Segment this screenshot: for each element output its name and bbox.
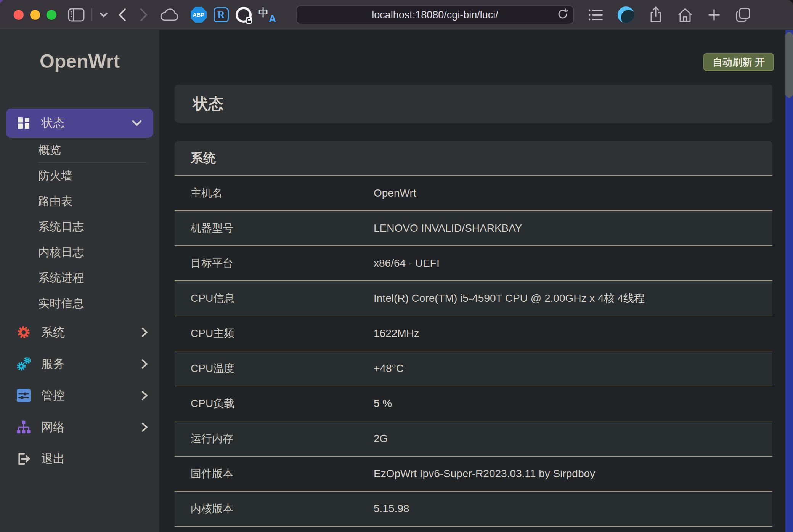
forward-button[interactable] [140,8,148,22]
icloud-tabs-icon[interactable] [159,8,179,22]
toolbar-divider [92,8,92,21]
sidebar-item-2[interactable]: 服务 [0,348,159,380]
sidebar-item-label: 服务 [41,356,141,372]
sidebar-item-label: 网络 [41,419,141,435]
address-bar-url[interactable]: localhost:18080/cgi-bin/luci/ [297,9,573,21]
r-extension-icon[interactable]: R [214,7,229,22]
traffic-lights [14,10,56,20]
row-label: 内核版本 [175,502,374,516]
logout-icon [16,452,31,466]
row-label: CPU信息 [175,291,374,306]
sidebar-item-0[interactable]: 状态 [6,109,153,138]
row-value: 1622MHz [374,327,772,340]
minimize-window-button[interactable] [30,10,40,20]
system-info-card: 系统 主机名OpenWrt机器型号LENOVO INVALID/SHARKBAY… [175,141,772,532]
row-value: 5 % [374,397,772,410]
sidebar-subitem[interactable]: 防火墙 [0,163,159,189]
row-value: +48°C [374,362,772,375]
row-label: 固件版本 [175,466,374,481]
row-value: EzOpWrt Ipv6-Super-R2023.03.11 by Sirpdb… [374,468,772,480]
tab-group-chevron-icon[interactable] [99,12,108,18]
sidebar-item-label: 系统 [41,324,141,340]
sidebar: OpenWrt 状态概览防火墙路由表系统日志内核日志系统进程实时信息系统服务管控… [0,30,159,532]
system-info-table: 主机名OpenWrt机器型号LENOVO INVALID/SHARKBAY目标平… [175,176,772,532]
row-value: Intel(R) Core(TM) i5-4590T CPU @ 2.00GHz… [374,291,772,306]
row-value: OpenWrt [374,187,772,199]
sidebar-item-5[interactable]: 退出 [0,443,159,474]
sidebar-toggle-icon[interactable] [68,8,85,22]
page-title: 状态 [175,85,772,123]
section-title: 系统 [175,141,772,176]
chevron-right-icon [141,327,148,337]
sidebar-subitem[interactable]: 系统进程 [0,265,159,291]
row-label: 运行内存 [175,431,374,446]
sidebar-item-label: 管控 [41,388,141,404]
table-row-partial [175,527,772,532]
row-label: 主机名 [175,186,374,200]
table-row: 目标平台x86/64 - UEFI [175,246,772,281]
sidebar-subitem[interactable]: 内核日志 [0,240,159,265]
tab-overview-icon[interactable] [735,8,751,22]
sidebar-menu: 状态概览防火墙路由表系统日志内核日志系统进程实时信息系统服务管控网络退出 [0,109,159,532]
back-button[interactable] [118,8,127,22]
sidebar-subitem[interactable]: 路由表 [0,189,159,214]
chevron-down-icon [132,120,142,127]
browser-window: ABP R 中 A localhost:18080/cgi-bin/luci/ [0,0,793,532]
row-label: CPU负载 [175,396,374,411]
chevron-right-icon [141,359,148,369]
table-row: CPU负载5 % [175,386,772,421]
chevron-right-icon [141,422,148,432]
row-label: CPU主频 [175,326,374,341]
row-value: x86/64 - UEFI [374,257,772,269]
gear-red-icon [16,325,31,340]
row-value: LENOVO INVALID/SHARKBAY [374,222,772,234]
reload-icon[interactable] [557,8,568,21]
close-window-button[interactable] [14,10,24,20]
table-row: CPU信息Intel(R) Core(TM) i5-4590T CPU @ 2.… [175,281,772,316]
sidebar-item-1[interactable]: 系统 [0,316,159,348]
address-bar[interactable]: localhost:18080/cgi-bin/luci/ [296,5,574,24]
sliders-blue-icon [16,389,31,402]
gears-cyan-icon [16,356,31,372]
adblock-extension-icon[interactable]: ABP [191,7,207,23]
sidebar-item-4[interactable]: 网络 [0,411,159,443]
sidebar-item-label: 状态 [41,115,132,131]
page-scrollbar-track[interactable] [785,30,793,532]
chevron-right-icon [141,391,148,401]
translate-extension-icon[interactable]: 中 A [258,6,276,23]
browser-toolbar: ABP R 中 A localhost:18080/cgi-bin/luci/ [0,0,793,30]
row-label: CPU温度 [175,361,374,376]
dashboard-icon [16,116,31,130]
auto-refresh-toggle-button[interactable]: 自动刷新 开 [703,53,774,71]
sidebar-subitem[interactable]: 系统日志 [0,214,159,240]
table-row: 内核版本5.15.98 [175,492,772,527]
row-label: 机器型号 [175,221,374,236]
network-purple-icon [16,420,31,434]
sidebar-subitem[interactable]: 概览 [0,138,159,163]
row-value: 5.15.98 [374,503,772,515]
table-row: CPU主频1622MHz [175,316,772,351]
share-icon[interactable] [649,6,663,23]
row-value: 2G [374,433,772,445]
table-row: 固件版本EzOpWrt Ipv6-Super-R2023.03.11 by Si… [175,457,772,492]
table-row: 主机名OpenWrt [175,176,772,211]
new-tab-icon[interactable] [708,8,721,21]
password-manager-extension-icon[interactable] [236,7,252,23]
home-icon[interactable] [677,7,693,22]
dark-mode-moon-icon[interactable] [618,6,634,23]
table-row: CPU温度+48°C [175,351,772,386]
zoom-window-button[interactable] [47,10,56,20]
sidebar-item-3[interactable]: 管控 [0,380,159,411]
main-content: 自动刷新 开 状态 系统 主机名OpenWrt机器型号LENOVO INVALI… [159,30,785,532]
table-row: 运行内存2G [175,421,772,457]
reading-list-icon[interactable] [588,8,603,21]
page-scrollbar-thumb[interactable] [785,32,793,98]
row-label: 目标平台 [175,256,374,271]
table-row: 机器型号LENOVO INVALID/SHARKBAY [175,211,772,246]
sidebar-subitem[interactable]: 实时信息 [0,291,159,316]
openwrt-logo: OpenWrt [0,30,159,109]
sidebar-item-label: 退出 [41,451,148,467]
